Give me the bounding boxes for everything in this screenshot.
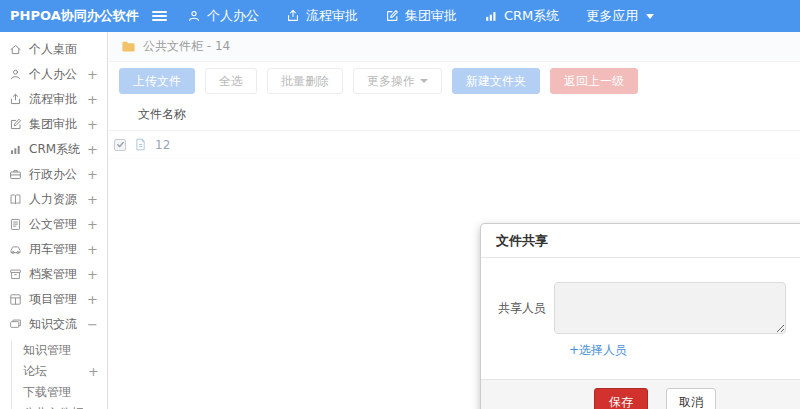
sidebar-item-workflow-approval[interactable]: 流程审批 + xyxy=(0,87,107,112)
select-people-link[interactable]: +选择人员 xyxy=(569,342,627,359)
expand-indicator[interactable]: + xyxy=(87,142,98,157)
file-row[interactable]: 12 xyxy=(109,131,800,159)
car-icon xyxy=(9,243,22,256)
sidebar-item-vehicle-management[interactable]: 用车管理 + xyxy=(0,237,107,262)
knowledge-submenu: 知识管理 论坛 + 下载管理 公共文件柜 xyxy=(11,340,107,409)
submenu-item-forum[interactable]: 论坛 + xyxy=(12,361,107,382)
expand-indicator[interactable]: + xyxy=(88,364,99,379)
batch-delete-button[interactable]: 批量删除 xyxy=(267,68,343,94)
expand-indicator[interactable]: + xyxy=(87,192,98,207)
sidebar-item-admin-office[interactable]: 行政办公 + xyxy=(0,162,107,187)
nav-label: CRM系统 xyxy=(504,7,559,25)
select-all-button[interactable]: 全选 xyxy=(205,68,257,94)
expand-indicator[interactable]: + xyxy=(87,167,98,182)
modal-header: 文件共享 xyxy=(481,224,800,258)
briefcase-icon xyxy=(9,168,22,181)
file-name[interactable]: 12 xyxy=(155,138,170,152)
nav-label: 更多应用 xyxy=(586,7,638,25)
menu-toggle-icon[interactable] xyxy=(152,11,167,21)
top-header-bar: PHPOA协同办公软件 个人办公 流程审批 集团审批 CRM系统 更多应用 xyxy=(0,0,800,32)
expand-indicator[interactable]: + xyxy=(87,92,98,107)
app-logo: PHPOA协同办公软件 xyxy=(0,7,148,25)
edit-icon xyxy=(9,118,22,131)
sidebar-item-crm-system[interactable]: CRM系统 + xyxy=(0,137,107,162)
workflow-icon xyxy=(9,93,22,106)
sidebar-item-human-resources[interactable]: 人力资源 + xyxy=(0,187,107,212)
sidebar-item-personal-desktop[interactable]: 个人桌面 xyxy=(0,37,107,62)
sidebar-item-knowledge-exchange[interactable]: 知识交流 − xyxy=(0,312,107,337)
sidebar-item-project-management[interactable]: 项目管理 + xyxy=(0,287,107,312)
folder-icon xyxy=(121,39,136,54)
save-button[interactable]: 保存 xyxy=(594,388,648,409)
home-icon xyxy=(9,43,22,56)
more-actions-button[interactable]: 更多操作 xyxy=(353,68,442,94)
nav-workflow-approval[interactable]: 流程审批 xyxy=(286,7,358,25)
nav-label: 集团审批 xyxy=(405,7,457,25)
chat-icon xyxy=(9,318,22,331)
workflow-icon xyxy=(286,9,300,23)
file-toolbar: 上传文件 全选 批量删除 更多操作 新建文件夹 返回上一级 xyxy=(109,62,800,98)
archive-icon xyxy=(9,268,22,281)
nav-more-apps[interactable]: 更多应用 xyxy=(586,7,654,25)
go-back-button[interactable]: 返回上一级 xyxy=(550,68,638,94)
app-screen: PHPOA协同办公软件 个人办公 流程审批 集团审批 CRM系统 更多应用 个人… xyxy=(0,0,800,409)
sidebar-item-document-management[interactable]: 公文管理 + xyxy=(0,212,107,237)
user-icon xyxy=(187,9,201,23)
submenu-item-knowledge-management[interactable]: 知识管理 xyxy=(12,340,107,361)
book-icon xyxy=(9,193,22,206)
expand-indicator[interactable]: + xyxy=(87,67,98,82)
file-share-modal: 文件共享 共享人员 +选择人员 保存 取消 xyxy=(480,223,800,409)
share-people-label: 共享人员 xyxy=(496,300,546,317)
modal-body: 共享人员 +选择人员 xyxy=(481,258,800,371)
chart-icon xyxy=(484,9,498,23)
expand-indicator[interactable]: + xyxy=(87,267,98,282)
sidebar-item-group-approval[interactable]: 集团审批 + xyxy=(0,112,107,137)
edit-icon xyxy=(385,9,399,23)
nav-personal-office[interactable]: 个人办公 xyxy=(187,7,259,25)
expand-indicator[interactable]: + xyxy=(87,242,98,257)
nav-group-approval[interactable]: 集团审批 xyxy=(385,7,457,25)
modal-footer: 保存 取消 xyxy=(481,379,800,409)
sidebar: 个人桌面 个人办公 + 流程审批 + 集团审批 + CRM系统 + 行政办公 + xyxy=(0,32,108,409)
expand-indicator[interactable]: + xyxy=(87,292,98,307)
sidebar-item-personal-office[interactable]: 个人办公 + xyxy=(0,62,107,87)
submenu-item-download-management[interactable]: 下载管理 xyxy=(12,382,107,403)
file-name-column-header: 文件名称 xyxy=(109,98,800,131)
check-icon xyxy=(116,140,125,149)
breadcrumb-text: 公共文件柜 - 14 xyxy=(143,38,230,55)
share-people-textarea[interactable] xyxy=(554,282,786,334)
modal-title: 文件共享 xyxy=(496,232,800,249)
nav-crm-system[interactable]: CRM系统 xyxy=(484,7,559,25)
expand-indicator[interactable]: + xyxy=(87,117,98,132)
row-checkbox-checked[interactable] xyxy=(114,139,126,151)
file-icon xyxy=(134,138,147,151)
cancel-button[interactable]: 取消 xyxy=(666,388,716,409)
user-icon xyxy=(9,68,22,81)
collapse-indicator[interactable]: − xyxy=(87,317,98,332)
caret-down-icon xyxy=(646,14,654,19)
submenu-item-public-file-cabinet[interactable]: 公共文件柜 xyxy=(12,403,107,409)
caret-down-icon xyxy=(420,79,428,83)
breadcrumb: 公共文件柜 - 14 xyxy=(109,32,800,62)
nav-label: 个人办公 xyxy=(207,7,259,25)
upload-file-button[interactable]: 上传文件 xyxy=(119,68,195,94)
project-icon xyxy=(9,293,22,306)
expand-indicator[interactable]: + xyxy=(87,217,98,232)
chart-icon xyxy=(9,143,22,156)
new-folder-button[interactable]: 新建文件夹 xyxy=(452,68,540,94)
document-icon xyxy=(9,218,22,231)
sidebar-item-archive-management[interactable]: 档案管理 + xyxy=(0,262,107,287)
nav-label: 流程审批 xyxy=(306,7,358,25)
